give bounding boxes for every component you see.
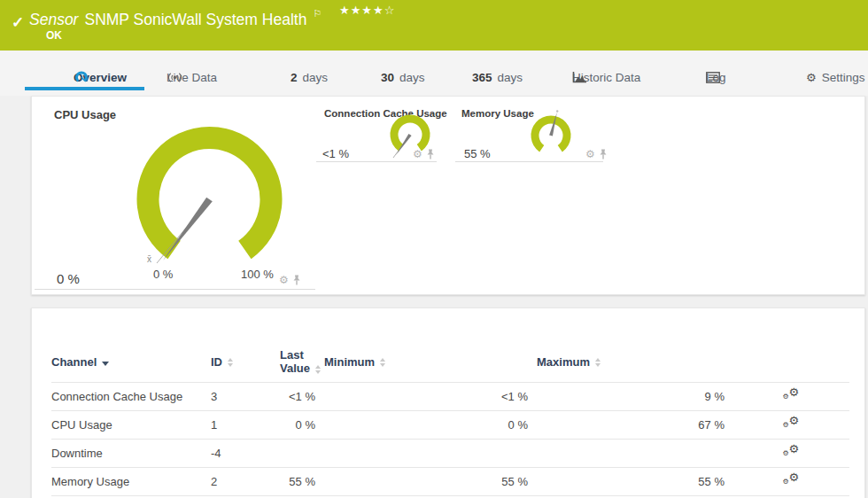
object-kind-label: Sensor xyxy=(29,11,78,29)
tab-live-data[interactable]: Live Data xyxy=(167,68,217,86)
pin-icon[interactable] xyxy=(599,149,608,160)
gauge-settings-gear-icon[interactable]: ⚙ xyxy=(279,275,289,285)
flag-icon[interactable]: ⚐ xyxy=(313,8,322,19)
column-header-actions xyxy=(733,342,849,382)
sort-icon xyxy=(315,365,321,374)
table-row: CPU Usage 1 0 % 0 % 67 % ⚙⚙ xyxy=(51,410,849,439)
last-value-cell: 55 % xyxy=(280,467,324,495)
channel-settings-icon[interactable]: ⚙⚙ xyxy=(783,387,801,402)
table-row: Memory Usage 2 55 % 55 % 55 % ⚙⚙ xyxy=(51,467,849,495)
memory-current-value: 55 % xyxy=(464,147,491,160)
column-header-maximum-label: Maximum xyxy=(537,355,590,369)
column-header-id-label: ID xyxy=(211,355,222,369)
column-header-last-label: Last xyxy=(280,348,304,362)
column-header-channel[interactable]: Channel xyxy=(51,342,211,382)
live-data-icon xyxy=(167,72,183,83)
gauge-icon xyxy=(74,70,89,84)
tab-settings[interactable]: ⚙ Settings xyxy=(806,68,864,86)
column-header-channel-label: Channel xyxy=(51,355,97,369)
historic-data-icon xyxy=(572,71,587,83)
channel-name-cell[interactable]: CPU Usage xyxy=(51,410,211,439)
cpu-scale-max: 100 % xyxy=(241,268,274,281)
tab-bar: Overview Live Data 2 days 30 days 365 da… xyxy=(0,51,868,96)
pin-icon[interactable] xyxy=(292,275,301,285)
sensor-title: SNMP SonicWall System Health xyxy=(84,11,306,29)
cpu-tile-divider xyxy=(35,289,315,290)
sort-icon xyxy=(595,358,601,367)
channel-settings-icon[interactable]: ⚙⚙ xyxy=(783,472,801,487)
channel-id-cell: -4 xyxy=(211,439,280,467)
last-value-cell xyxy=(280,439,324,467)
tab-365-days-number: 365 xyxy=(472,71,492,84)
ok-check-icon: ✓ xyxy=(12,13,24,32)
column-header-value-label: Value xyxy=(280,362,310,375)
gauge-settings-gear-icon[interactable]: ⚙ xyxy=(413,149,422,160)
cpu-average-marker: x̄ xyxy=(147,254,151,264)
sensor-status-banner: ✓ Sensor SNMP SonicWall System Health ⚐ … xyxy=(0,0,868,51)
tab-historic-data[interactable]: Historic Data xyxy=(572,68,640,86)
maximum-cell: 9 % xyxy=(537,382,733,410)
active-tab-underline xyxy=(25,87,144,90)
channel-settings-icon[interactable]: ⚙⚙ xyxy=(783,444,801,459)
tab-2-days[interactable]: 2 days xyxy=(291,68,328,86)
tab-30-days-number: 30 xyxy=(381,71,394,84)
gear-icon: ⚙ xyxy=(783,478,789,486)
tab-settings-label: Settings xyxy=(822,71,865,84)
column-header-last-value[interactable]: LastValue xyxy=(280,342,324,382)
tab-365-days[interactable]: 365 days xyxy=(472,68,523,86)
cache-tile-divider xyxy=(316,161,437,162)
minimum-cell xyxy=(324,439,537,467)
gear-icon: ⚙ xyxy=(789,442,800,455)
gear-icon: ⚙ xyxy=(783,449,789,457)
priority-stars[interactable]: ★★★★☆ xyxy=(339,4,395,17)
minimum-cell: <1 % xyxy=(324,382,537,410)
tab-2-days-number: 2 xyxy=(291,71,298,84)
settings-gear-icon: ⚙ xyxy=(806,72,817,83)
cache-tile-actions: ⚙ xyxy=(413,149,435,160)
pin-icon[interactable] xyxy=(426,149,435,160)
channel-id-cell: 3 xyxy=(211,382,280,410)
cache-current-value: <1 % xyxy=(322,147,349,160)
minimum-cell: 55 % xyxy=(324,467,537,495)
cpu-current-value: 0 % xyxy=(57,271,80,286)
maximum-cell: 55 % xyxy=(537,467,733,495)
cpu-tile-actions: ⚙ xyxy=(279,275,301,285)
gauge-settings-gear-icon[interactable]: ⚙ xyxy=(585,149,595,160)
column-header-minimum[interactable]: Minimum xyxy=(324,342,537,382)
gear-icon: ⚙ xyxy=(783,393,789,401)
column-header-id[interactable]: ID xyxy=(211,342,280,382)
stars-filled: ★★★★ xyxy=(339,4,384,17)
channel-name-cell[interactable]: Connection Cache Usage xyxy=(51,382,211,410)
channel-table: Channel ID LastValue Minimum Maximum Con… xyxy=(51,342,849,496)
channel-name-cell[interactable]: Downtime xyxy=(51,439,211,467)
memory-gauge xyxy=(528,109,585,167)
column-header-maximum[interactable]: Maximum xyxy=(537,342,733,382)
maximum-cell xyxy=(537,439,733,467)
sort-desc-icon xyxy=(102,362,109,366)
tab-365-days-label: days xyxy=(498,71,523,84)
tab-log[interactable]: Log xyxy=(706,68,726,86)
gear-icon: ⚙ xyxy=(789,385,800,399)
last-value-cell: 0 % xyxy=(280,410,324,439)
tab-30-days[interactable]: 30 days xyxy=(381,68,425,86)
memory-gauge-title: Memory Usage xyxy=(461,108,534,119)
gear-icon: ⚙ xyxy=(789,471,800,484)
sort-icon xyxy=(380,358,385,367)
gear-icon: ⚙ xyxy=(783,421,789,429)
cpu-scale-min: 0 % xyxy=(153,268,173,281)
channel-id-cell: 1 xyxy=(211,410,280,439)
gear-icon: ⚙ xyxy=(789,414,800,427)
channel-table-panel: Channel ID LastValue Minimum Maximum Con… xyxy=(31,307,865,498)
cpu-gauge-title: CPU Usage xyxy=(54,108,116,121)
sensor-status-text: OK xyxy=(46,29,62,42)
sort-icon xyxy=(228,358,233,367)
channel-name-cell[interactable]: Memory Usage xyxy=(51,467,211,495)
cpu-gauge: x̄ xyxy=(134,123,289,265)
column-header-minimum-label: Minimum xyxy=(324,355,375,369)
overview-panel: CPU Usage x̄ 0 % 100 % 0 % ⚙ Connection … xyxy=(31,96,865,295)
tab-overview[interactable]: Overview xyxy=(74,68,127,86)
log-icon xyxy=(706,72,720,83)
channel-settings-icon[interactable]: ⚙⚙ xyxy=(783,416,801,431)
table-row: Downtime -4 ⚙⚙ xyxy=(51,439,849,467)
table-bottom-border-row xyxy=(51,495,849,496)
